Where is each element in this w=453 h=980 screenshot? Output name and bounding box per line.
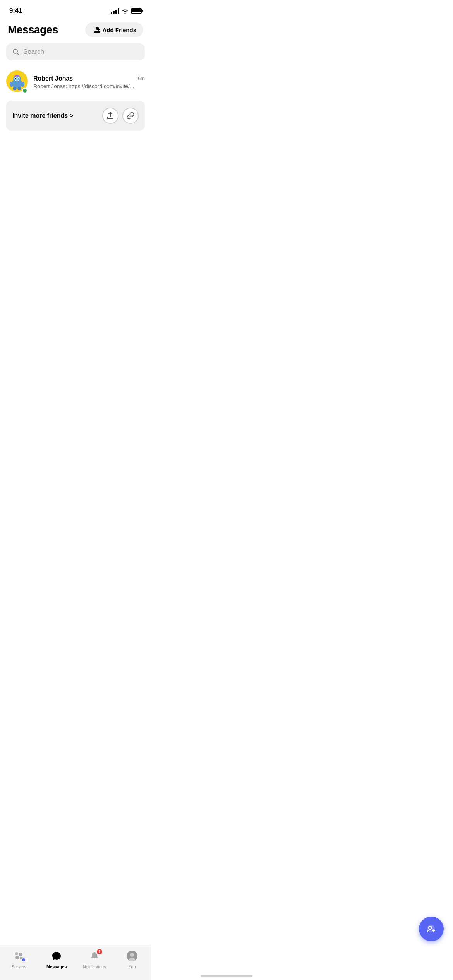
- share-button[interactable]: [102, 108, 118, 124]
- avatar-container: [6, 70, 28, 94]
- contact-name: Robert Jonas: [33, 75, 73, 82]
- search-container: Search: [0, 43, 151, 67]
- search-placeholder: Search: [23, 48, 44, 56]
- page-title: Messages: [8, 24, 58, 36]
- message-time: 6m: [138, 75, 145, 81]
- status-icons: [111, 8, 142, 14]
- status-bar: 9:41: [0, 0, 151, 19]
- message-preview: Robert Jonas: https://discord.com/invite…: [33, 83, 145, 89]
- search-icon: [12, 48, 19, 55]
- header: Messages Add Friends: [0, 19, 151, 43]
- battery-icon: [131, 8, 142, 14]
- online-indicator: [22, 88, 27, 93]
- add-friends-icon: [92, 26, 100, 33]
- add-friends-label: Add Friends: [102, 27, 136, 33]
- share-icon: [106, 112, 114, 120]
- add-friends-button[interactable]: Add Friends: [85, 22, 143, 37]
- wifi-icon: [122, 8, 129, 14]
- status-time: 9:41: [9, 7, 22, 15]
- invite-card[interactable]: Invite more friends >: [6, 101, 145, 131]
- message-content: Robert Jonas 6m Robert Jonas: https://di…: [33, 75, 145, 89]
- svg-point-13: [13, 87, 17, 90]
- svg-point-14: [17, 87, 21, 90]
- link-icon: [127, 112, 134, 120]
- message-item[interactable]: Robert Jonas 6m Robert Jonas: https://di…: [6, 67, 145, 98]
- invite-text: Invite more friends >: [12, 112, 73, 119]
- svg-point-7: [15, 78, 16, 79]
- invite-actions: [102, 108, 139, 124]
- message-list: Robert Jonas 6m Robert Jonas: https://di…: [0, 67, 151, 98]
- svg-point-8: [18, 78, 19, 79]
- message-header: Robert Jonas 6m: [33, 75, 145, 82]
- search-bar[interactable]: Search: [6, 43, 145, 60]
- copy-link-button[interactable]: [122, 108, 139, 124]
- signal-bars-icon: [111, 8, 119, 14]
